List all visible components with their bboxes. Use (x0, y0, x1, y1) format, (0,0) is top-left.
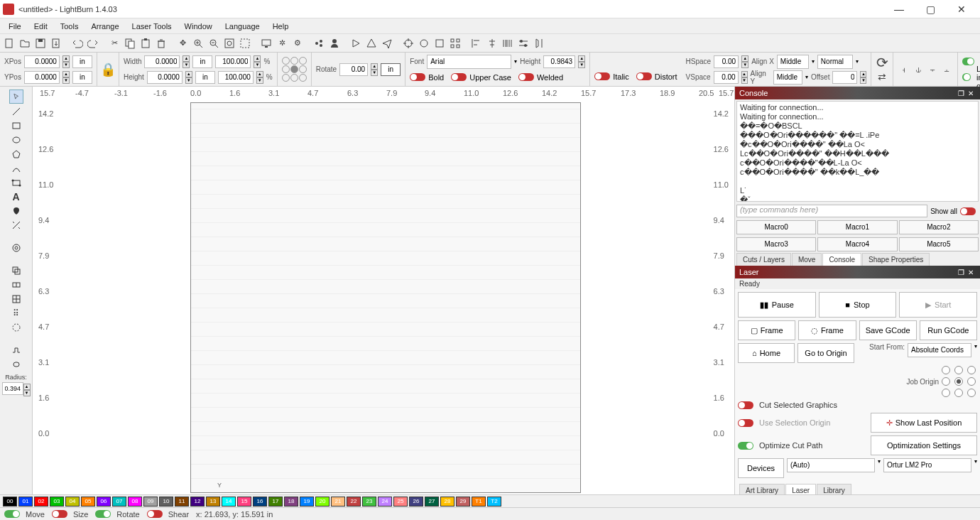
offset-input[interactable] (832, 71, 857, 84)
optimization-settings-button[interactable]: Optimization Settings (871, 435, 977, 455)
width-spinner[interactable]: ▲▼ (183, 55, 190, 68)
frame-button[interactable]: ▢Frame (738, 320, 795, 340)
anchor-grid[interactable] (282, 57, 307, 82)
tab-console[interactable]: Console (822, 253, 861, 266)
height-spinner[interactable]: ▲▼ (185, 71, 192, 84)
frame-circle-button[interactable]: ◌Frame (798, 320, 856, 340)
align-center-icon[interactable] (486, 37, 499, 50)
goto-origin-button[interactable]: Go to Origin (797, 343, 854, 363)
slider-icon[interactable] (517, 37, 530, 50)
home-button[interactable]: ⌂Home (738, 343, 795, 363)
close-button[interactable]: ✕ (946, 0, 977, 18)
measure-tool[interactable] (9, 219, 23, 232)
macro1-button[interactable]: Macro1 (817, 220, 897, 234)
swatch-27[interactable]: 27 (425, 497, 439, 507)
caliper-icon[interactable] (533, 37, 545, 50)
boolean-tool[interactable] (9, 278, 23, 291)
vspace-spinner[interactable]: ▲▼ (741, 71, 748, 84)
line-tool[interactable] (9, 105, 23, 118)
ypos-spinner[interactable]: ▲▼ (62, 71, 70, 84)
radius-input[interactable] (2, 382, 23, 395)
swatch-10[interactable]: 10 (159, 497, 173, 507)
pan-icon[interactable]: ✥ (176, 37, 189, 50)
swatch-14[interactable]: 14 (222, 497, 236, 507)
hinge-tool[interactable] (9, 358, 23, 371)
swatch-06[interactable]: 06 (97, 497, 111, 507)
device-select[interactable]: Ortur LM2 Pro (883, 458, 971, 472)
swatch-02[interactable]: 02 (34, 497, 48, 507)
start-from-select[interactable]: Absolute Coords (908, 343, 971, 357)
distort-toggle[interactable] (636, 72, 652, 80)
ypos-unit[interactable]: in (72, 71, 92, 84)
menu-edit[interactable]: Edit (28, 21, 53, 32)
delete-icon[interactable] (155, 37, 168, 50)
laser-header[interactable]: Laser ❐ ✕ (735, 266, 980, 278)
rotate-input[interactable] (339, 63, 368, 76)
font-select[interactable]: Arial (427, 55, 511, 69)
save-gcode-button[interactable]: Save GCode (859, 320, 917, 340)
new-icon[interactable] (3, 37, 16, 50)
align-r-icon[interactable]: ⫟ (926, 63, 939, 76)
optimize-cut-toggle[interactable] (738, 442, 753, 450)
swatch-T1[interactable]: T1 (472, 497, 486, 507)
tab-shape-properties[interactable]: Shape Properties (862, 253, 930, 266)
show-last-position-button[interactable]: ✛Show Last Position (871, 413, 977, 433)
xpos-spinner[interactable]: ▲▼ (62, 55, 70, 68)
laser-undock-icon[interactable]: ❐ (956, 269, 966, 276)
move-mode-toggle[interactable] (4, 510, 20, 518)
zoom-selection-icon[interactable] (239, 37, 251, 50)
console-close-icon[interactable]: ✕ (966, 90, 976, 97)
square-target-icon[interactable] (433, 37, 446, 50)
zoom-in-icon[interactable] (192, 37, 205, 50)
ypos-input[interactable] (24, 71, 60, 84)
swatch-17[interactable]: 17 (268, 497, 283, 507)
array-icon[interactable] (449, 37, 462, 50)
cut-selected-toggle[interactable] (738, 401, 753, 409)
unit-select[interactable]: in (381, 63, 401, 76)
swatch-08[interactable]: 08 (128, 497, 142, 507)
macro3-button[interactable]: Macro3 (736, 237, 816, 251)
bold-toggle[interactable] (410, 73, 425, 81)
target-icon[interactable] (402, 37, 415, 50)
marker-tool[interactable] (9, 205, 23, 217)
minimize-button[interactable]: — (883, 0, 915, 18)
welded-toggle[interactable] (518, 73, 534, 81)
tab-tool[interactable] (9, 344, 23, 357)
tab-move[interactable]: Move (792, 253, 822, 266)
canvas[interactable]: 15.7-4.7-3.1-1.60.01.63.14.76.37.99.411.… (33, 87, 734, 494)
swatch-21[interactable]: 21 (331, 497, 345, 507)
menu-tools[interactable]: Tools (55, 21, 85, 32)
swatch-28[interactable]: 28 (440, 497, 454, 507)
macro0-button[interactable]: Macro0 (736, 220, 816, 234)
alignx-select[interactable]: Middle (777, 55, 809, 69)
rotate-mode-toggle[interactable] (95, 510, 111, 518)
swatch-12[interactable]: 12 (190, 497, 205, 507)
group-icon[interactable] (312, 37, 325, 50)
move-group-toggle[interactable] (962, 58, 974, 65)
swatch-26[interactable]: 26 (409, 497, 423, 507)
cut-icon[interactable]: ✂ (108, 37, 121, 50)
show-all-toggle[interactable] (960, 207, 976, 215)
height-input[interactable] (147, 71, 183, 84)
macro2-button[interactable]: Macro2 (899, 220, 979, 234)
xpos-unit[interactable]: in (72, 55, 92, 68)
swatch-04[interactable]: 04 (65, 497, 80, 507)
align-t-icon[interactable]: ⫠ (940, 63, 953, 76)
aligny-select[interactable]: Middle (773, 70, 802, 85)
align-left-icon[interactable] (470, 37, 483, 50)
text-tool[interactable]: A (9, 190, 23, 203)
menu-help[interactable]: Help (267, 21, 295, 32)
tab-cuts-layers[interactable]: Cuts / Layers (736, 253, 791, 266)
swatch-24[interactable]: 24 (378, 497, 392, 507)
menu-language[interactable]: Language (219, 21, 266, 32)
hspace-spinner[interactable]: ▲▼ (741, 55, 748, 68)
console-header[interactable]: Console ❐ ✕ (735, 87, 980, 99)
pause-button[interactable]: ▮▮Pause (738, 292, 816, 318)
macro5-button[interactable]: Macro5 (899, 237, 979, 251)
swatch-11[interactable]: 11 (175, 497, 189, 507)
align-c-icon[interactable]: ⫝ (912, 63, 925, 76)
offset-tool[interactable] (9, 242, 23, 254)
use-sel-origin-toggle[interactable] (738, 419, 753, 427)
swatch-18[interactable]: 18 (284, 497, 298, 507)
swatch-29[interactable]: 29 (456, 497, 470, 507)
